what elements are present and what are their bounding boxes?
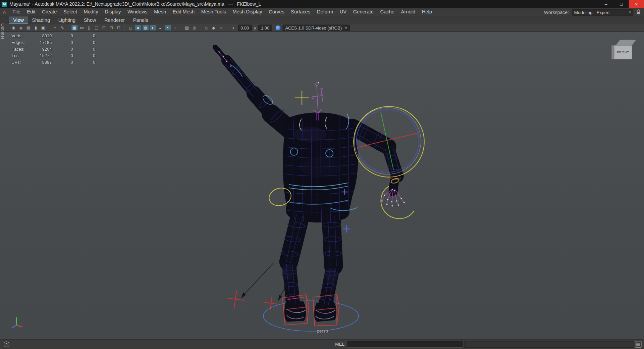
- safe-action-icon[interactable]: ⊡: [108, 24, 115, 31]
- field-chart-icon[interactable]: ⊞: [100, 24, 107, 31]
- shadows-icon[interactable]: ◒: [157, 24, 164, 31]
- 2d-pan-zoom-icon[interactable]: +: [52, 24, 59, 31]
- command-response-field[interactable]: [464, 341, 634, 348]
- menu-uv[interactable]: UV: [336, 8, 350, 16]
- menu-mesh[interactable]: Mesh: [151, 8, 169, 16]
- lock-camera-icon[interactable]: ◈: [17, 24, 24, 31]
- mel-toggle[interactable]: MEL: [335, 342, 344, 347]
- color-space-dropdown[interactable]: ACES 1.0 SDR-video (sRGB) ▾: [282, 24, 350, 31]
- depth-of-field-icon[interactable]: ◎: [191, 24, 198, 31]
- window-controls: – □ ×: [598, 0, 644, 8]
- viewport-persp[interactable]: Verts:801900Edges:1718500Faces:920400Tri…: [0, 32, 644, 339]
- safe-title-icon[interactable]: ⊟: [115, 24, 122, 31]
- xray-joints-icon[interactable]: ◖: [217, 24, 224, 31]
- menu-windows[interactable]: Windows: [124, 8, 151, 16]
- hud-stats: Verts:801900Edges:1718500Faces:920400Tri…: [11, 33, 95, 65]
- gamma-field[interactable]: [258, 24, 272, 31]
- menu-create[interactable]: Create: [39, 8, 60, 16]
- hud-row-uvs: UVs:889700: [11, 59, 95, 65]
- panel-menu-shading[interactable]: Shading: [28, 16, 54, 24]
- menu-surfaces[interactable]: Surfaces: [288, 8, 314, 16]
- ground-control-circle[interactable]: [263, 301, 359, 331]
- menu-arnold[interactable]: Arnold: [398, 8, 419, 16]
- hud-row-tris: Tris:1527200: [11, 52, 95, 59]
- view-cube-top-face[interactable]: [616, 40, 636, 45]
- isolate-select-icon[interactable]: ◇: [203, 24, 210, 31]
- toolbar-separator: [68, 25, 68, 31]
- workspace-area: Workspace: Modeling - Expert ▾: [544, 9, 644, 15]
- menu-modify[interactable]: Modify: [80, 8, 102, 16]
- hand-rig[interactable]: [381, 189, 405, 207]
- script-editor-icon[interactable]: [635, 341, 642, 348]
- camera-attributes-icon[interactable]: ▤: [25, 24, 32, 31]
- help-icon[interactable]: ?: [4, 342, 9, 347]
- gate-mask-icon[interactable]: ▢: [93, 24, 100, 31]
- grease-pencil-icon[interactable]: ✎: [59, 24, 66, 31]
- workspace-label: Workspace:: [544, 10, 569, 15]
- menu-edit-mesh[interactable]: Edit Mesh: [169, 8, 198, 16]
- menu-mesh-tools[interactable]: Mesh Tools: [198, 8, 229, 16]
- menu-file[interactable]: File: [9, 8, 23, 16]
- select-camera-icon[interactable]: ◉: [10, 24, 17, 31]
- outliner-tab[interactable]: Outliner: [0, 23, 5, 41]
- character-model[interactable]: [215, 47, 398, 322]
- menu-help[interactable]: Help: [419, 8, 435, 16]
- translate-marker-large[interactable]: [343, 225, 350, 233]
- menu-curves[interactable]: Curves: [265, 8, 287, 16]
- pivot-cross-left[interactable]: [225, 289, 246, 309]
- view-cube-side-face[interactable]: [611, 45, 614, 59]
- gamma-icon[interactable]: γ: [254, 25, 256, 30]
- panel-menu-bar: ViewShadingLightingShowRendererPanels: [0, 16, 644, 24]
- panel-menu-panels[interactable]: Panels: [129, 16, 152, 24]
- annotation-arrows: [241, 263, 286, 300]
- panel-menu-renderer[interactable]: Renderer: [100, 16, 129, 24]
- home-icon[interactable]: ⌂: [0, 9, 9, 15]
- workspace-dropdown[interactable]: Modeling - Expert ▾: [572, 9, 633, 15]
- menu-edit[interactable]: Edit: [24, 8, 39, 16]
- grid-icon[interactable]: ▦: [71, 24, 78, 31]
- menu-cache[interactable]: Cache: [377, 8, 398, 16]
- color-management-icon[interactable]: [275, 25, 280, 30]
- use-all-lights-icon[interactable]: ◐: [149, 24, 156, 31]
- motion-blur-icon[interactable]: ◌: [171, 24, 178, 31]
- exposure-field[interactable]: [238, 24, 252, 31]
- view-cube[interactable]: FRONT: [611, 39, 635, 63]
- title-bar: M Maya.ma* - Autodesk MAYA 2022.2: E:\_N…: [0, 0, 644, 8]
- view-cube-front-face[interactable]: FRONT: [614, 45, 632, 59]
- multisample-aa-icon[interactable]: ▧: [183, 24, 191, 31]
- menu-generate[interactable]: Generate: [350, 8, 377, 16]
- textured-icon[interactable]: ◍: [142, 24, 149, 31]
- wireframe-mode-icon[interactable]: ◻: [127, 24, 134, 31]
- image-plane-icon[interactable]: ▣: [40, 24, 47, 31]
- chevron-down-icon: ▾: [629, 10, 631, 14]
- pivot-cross-right[interactable]: [263, 295, 279, 311]
- bookmark-icon[interactable]: ▮: [32, 24, 39, 31]
- menu-deform[interactable]: Deform: [314, 8, 336, 16]
- hud-row-verts: Verts:801900: [11, 33, 95, 39]
- restore-button[interactable]: □: [613, 0, 629, 8]
- close-button[interactable]: ×: [629, 0, 644, 8]
- view-cube-label: FRONT: [617, 50, 629, 54]
- viewport-scene[interactable]: [0, 32, 644, 339]
- chevron-down-icon: ▾: [345, 26, 347, 30]
- minimize-button[interactable]: –: [598, 0, 613, 8]
- exposure-icon[interactable]: ◑: [229, 24, 236, 31]
- workspace-value: Modeling - Expert: [574, 10, 610, 15]
- smooth-shade-icon[interactable]: ●: [135, 24, 142, 31]
- xray-icon[interactable]: ◆: [210, 24, 217, 31]
- ik-crosshair[interactable]: [295, 91, 309, 105]
- panel-menu-view[interactable]: View: [9, 16, 28, 24]
- hud-row-faces: Faces:920400: [11, 46, 95, 52]
- film-gate-icon[interactable]: ▭: [78, 24, 85, 31]
- panel-toolbar: ◉◈▤▮▣+✎▦▭▯▢⊞⊡⊟◻●◍◐◒◓◌▧◎◇◆◖ ◑ γ ACES 1.0 …: [0, 24, 644, 32]
- lock-icon[interactable]: [636, 9, 641, 15]
- panel-menu-show[interactable]: Show: [79, 16, 100, 24]
- mel-command-input[interactable]: [347, 341, 463, 348]
- menu-select[interactable]: Select: [60, 8, 80, 16]
- menu-display[interactable]: Display: [101, 8, 124, 16]
- resolution-gate-icon[interactable]: ▯: [86, 24, 93, 31]
- panel-menu-lighting[interactable]: Lighting: [54, 16, 79, 24]
- menu-mesh-display[interactable]: Mesh Display: [229, 8, 266, 16]
- menu-bar-items: FileEditCreateSelectModifyDisplayWindows…: [9, 8, 435, 16]
- screen-space-ao-icon[interactable]: ◓: [164, 24, 171, 31]
